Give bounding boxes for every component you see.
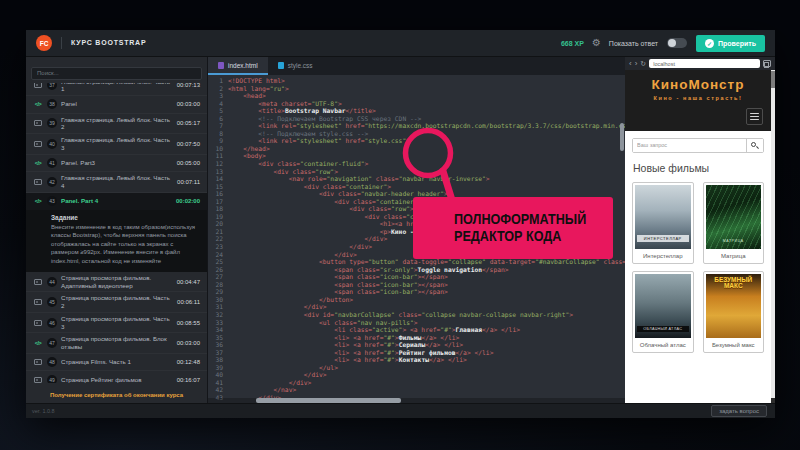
code-line[interactable]: <head> xyxy=(228,92,625,100)
lesson-item[interactable]: 45 Страница просмотра фильмов. Часть 2 0… xyxy=(26,292,207,313)
code-line[interactable]: <link rel="stylesheet" href="https://max… xyxy=(228,122,625,130)
lesson-item[interactable]: 42 Главная страница. Левый блок. Часть 4… xyxy=(26,172,207,193)
back-icon[interactable]: ‹ xyxy=(629,60,632,68)
code-line[interactable]: <!-- Подключаем style.css --> xyxy=(228,130,625,138)
lesson-item[interactable]: 46 Страница просмотра фильмов. Часть 3 0… xyxy=(26,313,207,334)
code-line[interactable]: <span class="sr-only">Toggle navigation<… xyxy=(228,266,625,274)
line-number: 8 xyxy=(208,130,223,138)
lesson-duration: 00:07:13 xyxy=(177,83,200,89)
lesson-number: 44 xyxy=(47,277,57,287)
lesson-item[interactable]: 44 Страница просмотра фильмов. Адаптивны… xyxy=(26,272,207,293)
lesson-item[interactable]: 48 Страница Films. Часть 1 00:12:48 xyxy=(26,354,207,372)
movies-grid: ИНТЕРСТЕЛЛАР Интерстеллар МАТРИЦА Матриц… xyxy=(632,182,764,353)
code-line[interactable]: <meta charset="UTF-8"> xyxy=(228,100,625,108)
code-line[interactable]: <li> <a href="#">Сериалы</a> </li> xyxy=(228,341,625,349)
lesson-search-input[interactable] xyxy=(31,67,202,80)
code-line[interactable]: <button type="button" data-toggle="colla… xyxy=(228,258,625,266)
lesson-title: Главная страница. Левый блок. Часть 2 xyxy=(61,116,173,132)
lesson-item[interactable]: </> 41 Panel. Part3 00:05:00 xyxy=(26,155,207,173)
code-line[interactable]: </button> xyxy=(228,296,625,304)
lesson-item[interactable]: 39 Главная страница. Левый блок. Часть 2… xyxy=(26,114,207,135)
code-line[interactable]: </div> xyxy=(228,379,625,387)
code-line[interactable]: <span class="icon-bar"></span> xyxy=(228,281,625,289)
gear-icon[interactable]: ⚙ xyxy=(592,38,601,48)
vertical-scrollbar-thumb[interactable] xyxy=(620,123,624,151)
code-line[interactable]: <li> <a href="#">Контакты</a> </li> xyxy=(228,356,625,364)
show-answer-label: Показать ответ xyxy=(609,40,658,47)
lesson-duration: 00:16:07 xyxy=(177,377,200,383)
url-input[interactable] xyxy=(649,59,760,68)
code-line[interactable]: <ul class="nav nav-pills"> xyxy=(228,319,625,327)
code-line[interactable]: </ul> xyxy=(228,364,625,372)
task-description: Задание Внесите изменение в код таким об… xyxy=(26,210,207,272)
video-lesson-icon xyxy=(33,359,43,365)
code-line[interactable]: <title>Bootstrap Navbar</title> xyxy=(228,107,625,115)
movie-card-mad-max[interactable]: БЕЗУМНЫЙ МАКС Безумный макс xyxy=(703,271,765,353)
lesson-item[interactable]: 40 Главная страница. Левый блок. Часть 3… xyxy=(26,134,207,155)
code-line[interactable]: </head> xyxy=(228,145,625,153)
movie-poster-interstellar: ИНТЕРСТЕЛЛАР xyxy=(635,185,691,249)
code-line[interactable]: <li> <a href="#">Фильмы</a> </li> xyxy=(228,334,625,342)
code-line[interactable]: <span class="icon-bar"></span> xyxy=(228,273,625,281)
version-label: ver. 1.0.8 xyxy=(32,408,55,414)
lesson-title: Страница Рейтинг фильмов xyxy=(61,376,173,383)
code-line[interactable]: <body> xyxy=(228,152,625,160)
movie-card-matrix[interactable]: МАТРИЦА Матрица xyxy=(703,182,765,264)
site-search-input[interactable] xyxy=(633,139,746,152)
code-line[interactable]: </div> xyxy=(228,303,625,311)
preview-scrollbar-thumb[interactable] xyxy=(771,71,775,88)
movie-card-cloud-atlas[interactable]: ОБЛАЧНЫЙ АТЛАС Облачный атлас xyxy=(632,271,694,353)
lesson-item[interactable]: 37 Главная страница. Левый блок. Часть 1… xyxy=(26,83,207,97)
movie-poster-cloud-atlas: ОБЛАЧНЫЙ АТЛАС xyxy=(635,274,691,338)
code-line[interactable]: <html lang="ru"> xyxy=(228,85,625,93)
lesson-number: 49 xyxy=(47,375,57,383)
code-line[interactable]: <nav role="navigation" class="navbar nav… xyxy=(228,175,625,183)
code-line[interactable]: <div class="container-fluid"> xyxy=(228,160,625,168)
ask-question-button[interactable]: задать вопрос xyxy=(711,405,767,417)
code-line[interactable]: <div class="container"> xyxy=(228,183,625,191)
code-line[interactable]: <span class="icon-bar"></span> xyxy=(228,288,625,296)
lesson-list: 37 Главная страница. Левый блок. Часть 1… xyxy=(26,83,207,384)
callout-text-line1: ПОЛНОФОРМАТНЫЙ xyxy=(454,211,597,228)
line-number: 37 xyxy=(208,349,223,357)
lesson-item[interactable]: </> 47 Страница просмотра фильмов. Блок … xyxy=(26,333,207,354)
code-line[interactable]: </div> xyxy=(228,371,625,379)
task-heading: Задание xyxy=(51,214,198,221)
line-number: 38 xyxy=(208,356,223,364)
line-number: 12 xyxy=(208,160,223,168)
site-search-button[interactable] xyxy=(746,139,763,152)
lesson-item[interactable]: </> 43 Panel. Part 4 00:02:00 xyxy=(26,193,207,211)
certificate-link[interactable]: Получение сертификата об окончании курса xyxy=(26,387,207,403)
responsive-view-icon[interactable] xyxy=(763,60,771,67)
lesson-item[interactable]: </> 38 Panel 00:03:00 xyxy=(26,96,207,114)
preview-scrollbar[interactable] xyxy=(771,70,775,403)
code-line[interactable]: <div id="navbarCollapse" class="collapse… xyxy=(228,311,625,319)
code-line[interactable]: <link rel="stylesheet" href="style.css"> xyxy=(228,137,625,145)
tab-style.css[interactable]: style.css xyxy=(268,57,323,75)
lesson-duration: 00:05:00 xyxy=(177,160,200,166)
lesson-number: 37 xyxy=(47,83,57,91)
code-line[interactable]: </nav> xyxy=(228,386,625,394)
movie-card-interstellar[interactable]: ИНТЕРСТЕЛЛАР Интерстеллар xyxy=(632,182,694,264)
hamburger-menu-icon[interactable] xyxy=(746,108,763,125)
code-line[interactable]: <li> <a href="#">Рейтинг фильмов</a> </l… xyxy=(228,349,625,357)
tab-index.html[interactable]: index.html xyxy=(208,57,268,75)
code-line[interactable]: <li class="active"> <a href="#">Главная<… xyxy=(228,326,625,334)
line-number: 35 xyxy=(208,334,223,342)
site-preview: КиноМонстр Кино - наша страсть! Новые фи… xyxy=(625,70,771,403)
lesson-item[interactable]: 49 Страница Рейтинг фильмов 00:16:07 xyxy=(26,371,207,383)
check-button[interactable]: ✓ Проверить xyxy=(696,35,765,52)
code-line[interactable]: <!DOCTYPE html> xyxy=(228,77,625,85)
line-number: 2 xyxy=(208,85,223,93)
show-answer-toggle[interactable] xyxy=(667,38,687,48)
movie-title: Облачный атлас xyxy=(635,338,691,350)
line-number: 19 xyxy=(208,213,223,221)
lessons-sidebar: 37 Главная страница. Левый блок. Часть 1… xyxy=(26,57,208,403)
code-line[interactable]: <div class="row"> xyxy=(228,168,625,176)
code-line[interactable]: <!-- Подключаем Bootstrap CSS через CDN … xyxy=(228,115,625,123)
lesson-title: Страница Films. Часть 1 xyxy=(61,358,173,366)
sidebar-search-wrap xyxy=(26,57,207,83)
refresh-icon[interactable]: ↻ xyxy=(640,60,646,68)
forward-icon[interactable]: › xyxy=(635,60,638,68)
line-number: 10 xyxy=(208,145,223,153)
